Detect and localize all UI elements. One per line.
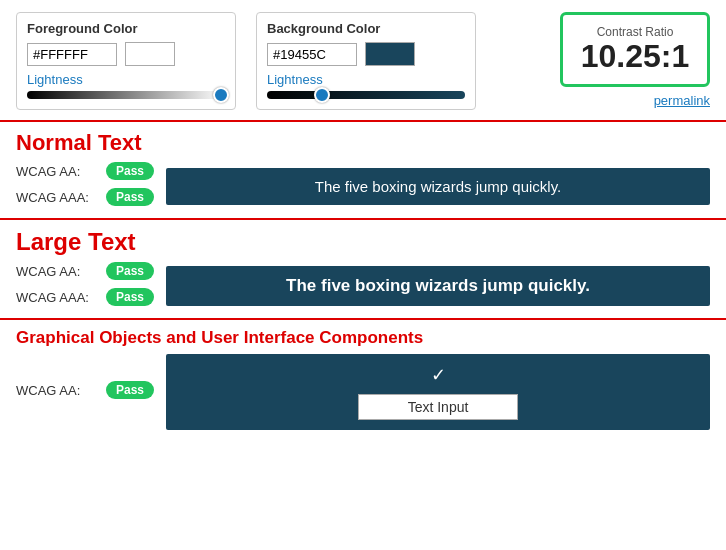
ui-wcag-aa-label: WCAG AA: xyxy=(16,383,96,398)
foreground-lightness-label: Lightness xyxy=(27,72,225,87)
normal-text-wcag-aa-row: WCAG AA: Pass xyxy=(16,162,154,180)
large-wcag-aaa-badge: Pass xyxy=(106,288,154,306)
ui-components-section: Graphical Objects and User Interface Com… xyxy=(0,318,726,438)
normal-text-demo: The five boxing wizards jump quickly. xyxy=(166,168,710,205)
foreground-lightness-track[interactable] xyxy=(27,91,225,99)
normal-wcag-aa-badge: Pass xyxy=(106,162,154,180)
text-input-demo[interactable] xyxy=(358,394,518,420)
large-text-demo: The five boxing wizards jump quickly. xyxy=(166,266,710,306)
checkmark-icon: ✓ xyxy=(431,364,446,386)
large-text-wcag-col: WCAG AA: Pass WCAG AAA: Pass xyxy=(16,262,154,310)
foreground-color-label: Foreground Color xyxy=(27,21,225,36)
ui-wcag-aa-badge: Pass xyxy=(106,381,154,399)
ui-wcag-aa-row: WCAG AA: Pass xyxy=(16,381,154,399)
large-text-wcag-aaa-row: WCAG AAA: Pass xyxy=(16,288,154,306)
ui-demo-box: ✓ xyxy=(166,354,710,430)
background-lightness-label: Lightness xyxy=(267,72,465,87)
background-lightness-thumb[interactable] xyxy=(314,87,330,103)
foreground-hex-input[interactable] xyxy=(27,43,117,66)
large-wcag-aa-label: WCAG AA: xyxy=(16,264,96,279)
ui-wcag-col: WCAG AA: Pass xyxy=(16,381,154,403)
contrast-column: Contrast Ratio 10.25:1 permalink xyxy=(560,12,710,108)
large-wcag-aaa-label: WCAG AAA: xyxy=(16,290,96,305)
permalink-link[interactable]: permalink xyxy=(654,93,710,108)
contrast-ratio-box: Contrast Ratio 10.25:1 xyxy=(560,12,710,87)
large-text-wcag-aa-row: WCAG AA: Pass xyxy=(16,262,154,280)
normal-wcag-aaa-badge: Pass xyxy=(106,188,154,206)
background-hex-input[interactable] xyxy=(267,43,357,66)
foreground-color-box: Foreground Color Lightness xyxy=(16,12,236,110)
normal-text-title: Normal Text xyxy=(16,130,710,156)
contrast-ratio-label: Contrast Ratio xyxy=(577,25,693,39)
large-wcag-aa-badge: Pass xyxy=(106,262,154,280)
normal-wcag-aa-label: WCAG AA: xyxy=(16,164,96,179)
normal-text-section: Normal Text WCAG AA: Pass WCAG AAA: Pass… xyxy=(0,120,726,218)
normal-wcag-aaa-label: WCAG AAA: xyxy=(16,190,96,205)
contrast-ratio-value: 10.25:1 xyxy=(577,39,693,74)
foreground-swatch[interactable] xyxy=(125,42,175,66)
background-swatch[interactable] xyxy=(365,42,415,66)
background-color-box: Background Color Lightness xyxy=(256,12,476,110)
large-text-section: Large Text WCAG AA: Pass WCAG AAA: Pass … xyxy=(0,218,726,318)
ui-components-title: Graphical Objects and User Interface Com… xyxy=(16,328,710,348)
background-color-label: Background Color xyxy=(267,21,465,36)
normal-text-wcag-aaa-row: WCAG AAA: Pass xyxy=(16,188,154,206)
normal-text-wcag-col: WCAG AA: Pass WCAG AAA: Pass xyxy=(16,162,154,210)
large-text-title: Large Text xyxy=(16,228,710,256)
background-lightness-track[interactable] xyxy=(267,91,465,99)
foreground-lightness-thumb[interactable] xyxy=(213,87,229,103)
